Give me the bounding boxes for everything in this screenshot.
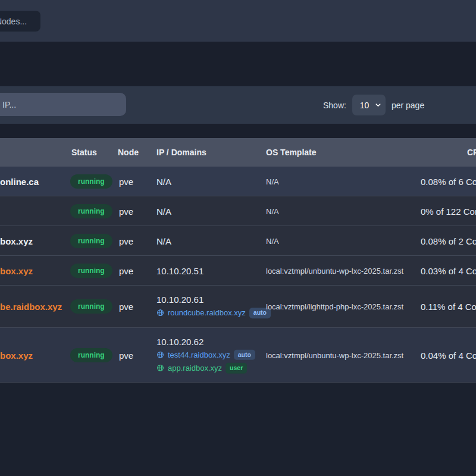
cpu-usage-cell: 0.03% of 4 Cores <box>421 265 476 275</box>
header-status: Status <box>71 148 97 157</box>
status-cell: running <box>70 348 112 362</box>
ip-address: N/A <box>156 176 171 186</box>
node-cell: pve <box>119 302 133 312</box>
ip-domains-cell: 10.10.20.51 <box>156 265 265 275</box>
page-size-select[interactable]: 10 <box>352 95 386 115</box>
table-row[interactable]: box.xyzrunningpve10.10.20.62test44.raidb… <box>0 328 476 383</box>
chevron-down-icon <box>375 102 381 108</box>
os-template-cell: local:vztmpl/unbuntu-wp-lxc-2025.tar.zst <box>266 350 419 359</box>
globe-icon <box>156 309 164 317</box>
search-input[interactable] <box>0 93 126 116</box>
table-row[interactable]: box.xyzrunningpveN/AN/A0.08% of 2 Cores <box>0 226 476 256</box>
status-badge: running <box>70 348 112 362</box>
page-header-band <box>0 42 476 86</box>
ip-domains-cell: N/A <box>156 176 265 186</box>
page-size-group: Show: 10 per page <box>323 86 424 124</box>
status-cell: running <box>70 234 112 248</box>
node-cell: pve <box>119 350 133 360</box>
status-cell: running <box>70 204 112 218</box>
page-size-value: 10 <box>360 101 369 110</box>
os-template-cell: N/A <box>266 236 419 245</box>
os-template-cell: local:vztmpl/unbuntu-wp-lxc-2025.tar.zst <box>266 266 419 275</box>
status-badge: running <box>70 174 112 189</box>
table-row[interactable]: online.carunningpveN/AN/A0.08% of 6 Core… <box>0 167 476 196</box>
ip-domains-cell: 10.10.20.61roundcube.raidbox.xyzauto <box>156 295 265 318</box>
domain-label: roundcube.raidbox.xyz <box>168 308 246 317</box>
nodes-filter-button[interactable]: Nodes... <box>0 11 40 32</box>
ip-domains-cell: N/A <box>156 206 265 216</box>
cpu-usage-cell: 0.04% of 4 Cores <box>421 350 476 360</box>
domain-link[interactable]: app.raidbox.xyzuser <box>156 363 247 374</box>
vm-name-link[interactable]: box.xyz <box>0 265 67 275</box>
os-template-cell: N/A <box>266 177 419 186</box>
ip-address: 10.10.20.61 <box>156 295 203 305</box>
vm-name-link[interactable]: box.xyz <box>0 350 67 360</box>
ip-domains-cell: 10.10.20.62test44.raidbox.xyzautoapp.rai… <box>156 336 265 373</box>
status-badge: running <box>70 264 112 278</box>
node-cell: pve <box>119 265 133 275</box>
ip-address: N/A <box>156 236 171 246</box>
table-row[interactable]: runningpveN/AN/A0% of 122 Cores <box>0 196 476 226</box>
cpu-usage-cell: 0.08% of 2 Cores <box>421 236 476 246</box>
os-template-cell: local:vztmpl/lighttpd-php-lxc-2025.tar.z… <box>266 302 419 311</box>
status-cell: running <box>70 174 112 189</box>
toolbar-table-gap <box>0 124 476 138</box>
domain-link[interactable]: roundcube.raidbox.xyzauto <box>156 308 271 318</box>
status-cell: running <box>70 299 112 314</box>
vm-name-link[interactable]: online.ca <box>0 176 67 186</box>
table-body: online.carunningpveN/AN/A0.08% of 6 Core… <box>0 167 476 383</box>
domain-label: app.raidbox.xyz <box>168 364 222 372</box>
status-badge: running <box>70 234 112 248</box>
show-label: Show: <box>323 101 346 110</box>
per-page-label: per page <box>392 101 424 110</box>
os-template-cell: N/A <box>266 206 419 215</box>
globe-icon <box>156 351 164 359</box>
domain-auto-badge: auto <box>234 349 255 360</box>
header-os-template: OS Template <box>266 148 317 157</box>
node-cell: pve <box>119 236 133 246</box>
ip-address: 10.10.20.62 <box>156 336 203 346</box>
vm-name-link[interactable]: box.xyz <box>0 236 67 246</box>
ip-domains-cell: N/A <box>156 236 265 246</box>
status-badge: running <box>70 204 112 218</box>
ip-address: N/A <box>156 206 171 216</box>
status-cell: running <box>70 264 112 278</box>
top-navbar: Nodes... <box>0 0 476 42</box>
vm-name-link[interactable]: be.raidbox.xyz <box>0 302 67 312</box>
node-cell: pve <box>119 206 133 216</box>
table-row[interactable]: box.xyzrunningpve10.10.20.51local:vztmpl… <box>0 256 476 286</box>
filter-toolbar: Show: 10 per page <box>0 86 476 124</box>
cpu-usage-cell: 0% of 122 Cores <box>421 206 476 216</box>
header-cpu: CPU <box>467 148 476 157</box>
header-ip-domains: IP / Domains <box>156 148 206 157</box>
domain-label: test44.raidbox.xyz <box>168 350 230 359</box>
domain-link[interactable]: test44.raidbox.xyzauto <box>156 349 255 360</box>
node-cell: pve <box>119 176 133 186</box>
cpu-usage-cell: 0.11% of 4 Cores <box>421 302 476 312</box>
table-row[interactable]: be.raidbox.xyzrunningpve10.10.20.61round… <box>0 286 476 328</box>
cpu-usage-cell: 0.08% of 6 Cores <box>421 176 476 186</box>
header-node: Node <box>118 148 139 157</box>
table-header-row: Status Node IP / Domains OS Template CPU <box>0 138 476 167</box>
app-root: Nodes... Show: 10 per page Status Node I… <box>0 0 476 476</box>
globe-icon <box>156 364 164 372</box>
status-badge: running <box>70 299 112 314</box>
ip-address: 10.10.20.51 <box>156 265 203 275</box>
domain-user-badge: user <box>226 363 247 374</box>
